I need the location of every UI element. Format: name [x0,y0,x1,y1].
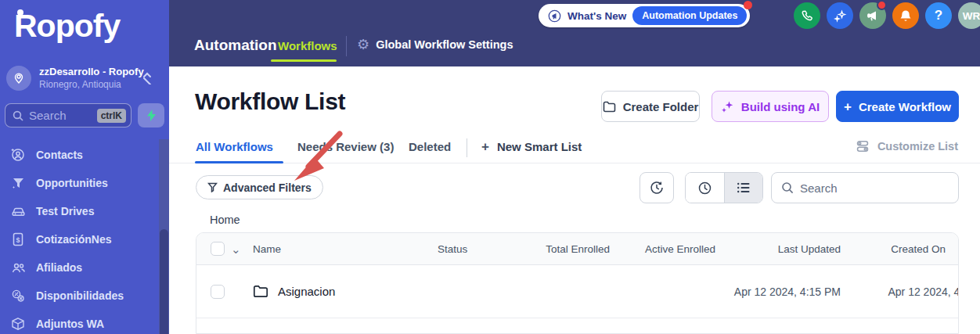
brand-logo-text: Ropofy [14,8,120,44]
people-icon [10,260,26,275]
svg-text:$: $ [16,236,20,244]
sidebar-item-label: CotizaciónNes [36,233,111,246]
automation-updates-badge[interactable]: Automation Updates [632,6,747,25]
sidebar-item-test-drives[interactable]: Test Drives [0,197,160,225]
help-button[interactable]: ? [925,2,952,29]
notifications-button[interactable] [892,2,919,29]
bell-icon [899,9,912,23]
column-total-enrolled[interactable]: Total Enrolled [508,243,610,255]
row-name-cell[interactable]: Asignacion [253,285,438,298]
create-folder-label: Create Folder [623,100,699,113]
list-tabs: All Workflows Needs Review (3) Deleted +… [169,137,980,163]
customize-list-button[interactable]: Customize List [856,140,958,153]
sidebar-search-input[interactable]: Search ctrlK [5,103,132,127]
tab-needs-review[interactable]: Needs Review (3) [297,140,394,153]
account-info: zzDesarrollo - Ropofy Rionegro, Antioqui… [39,66,142,90]
recent-view-button[interactable] [686,173,724,203]
tab-all-workflows[interactable]: All Workflows [196,140,273,153]
new-smart-list-button[interactable]: + New Smart List [481,140,582,153]
search-icon [781,181,794,194]
discount-icon [10,288,26,303]
plus-icon: + [481,140,489,153]
row-last-updated-cell: Apr 12 2024, 4:15 PM [715,286,841,298]
workflow-table: ⌄ Name Status Total Enrolled Active Enro… [196,232,959,334]
sidebar-item-label: Adjuntos WA [36,318,104,330]
main-content: Workflow List Create Folder Build using … [169,66,980,334]
search-icon [13,110,23,121]
customize-list-label: Customize List [877,140,958,153]
column-name[interactable]: Name [253,243,438,255]
sidebar-item-adjuntos-wa[interactable]: Adjuntos WA [0,310,160,334]
sidebar-item-label: Opportunities [36,177,108,189]
sidebar-search-placeholder: Search [29,109,97,122]
sidebar-item-opportunities[interactable]: Opportunities [0,169,160,197]
header-select-cell: ⌄ [196,242,253,256]
tab-global-workflow-settings[interactable]: ⚙ Global Workflow Settings [357,38,513,52]
select-all-checkbox[interactable] [211,242,225,256]
megaphone-icon [867,9,879,22]
sidebar-item-label: Afiliados [36,261,82,274]
sidebar-item-cotizaciones[interactable]: $ CotizaciónNes [0,225,160,253]
column-active-enrolled[interactable]: Active Enrolled [610,243,715,255]
top-header: What's New Automation Updates ? WR Autom… [169,0,980,66]
sidebar-item-label: Disponibilidades [36,289,124,302]
sidebar-scrollbar-thumb[interactable] [160,229,168,334]
account-switcher[interactable]: zzDesarrollo - Ropofy Rionegro, Antioqui… [6,61,163,95]
create-workflow-button[interactable]: + Create Workflow [836,91,959,122]
list-view-button[interactable] [724,173,762,203]
workflow-search-input[interactable] [800,181,956,195]
sidebar-search-row: Search ctrlK [5,103,164,127]
tab-deleted[interactable]: Deleted [409,140,451,153]
enrollment-history-button[interactable] [640,172,674,203]
page-title: Workflow List [195,88,345,115]
tab-workflows[interactable]: Workflows [278,39,337,52]
header-divider [346,36,347,56]
sidebar-item-disponibilidades[interactable]: Disponibilidades [0,282,160,310]
funnel-icon [10,175,26,191]
notification-dot [744,1,752,9]
build-using-ai-button[interactable]: Build using AI [712,91,829,122]
whats-new-button[interactable]: What's New Automation Updates [539,4,750,27]
announcements-button[interactable] [859,2,886,29]
table-row[interactable]: Asignacion Apr 12 2024, 4:15 PM Apr 12 2… [196,265,958,318]
row-checkbox[interactable] [211,285,225,299]
logo-dot [17,9,23,16]
megaphone-circle-icon [548,9,561,23]
account-avatar [6,66,31,91]
sidebar-item-contacts[interactable]: Contacts [0,141,160,169]
table-header-row: ⌄ Name Status Total Enrolled Active Enro… [196,233,958,265]
breadcrumb[interactable]: Home [210,214,240,226]
sidebar-scrollbar-track[interactable] [159,139,169,334]
sidebar: Ropofy zzDesarrollo - Ropofy Rionegro, A… [0,0,169,334]
phone-icon [801,9,813,22]
sliders-icon [856,140,870,153]
contacts-icon [10,147,26,163]
column-status[interactable]: Status [438,243,508,255]
sparkles-icon [834,9,847,23]
tab-workflows-underline [271,59,337,62]
brand-logo: Ropofy [14,8,120,45]
ai-sparkle-button[interactable] [827,2,853,29]
filter-funnel-icon [207,182,218,192]
column-created-on[interactable]: Created On [841,243,958,255]
user-avatar[interactable]: WR [958,2,980,29]
column-last-updated[interactable]: Last Updated [715,243,841,255]
account-name: zzDesarrollo - Ropofy [39,66,142,78]
clock-icon [697,181,712,196]
global-settings-label: Global Workflow Settings [376,38,513,51]
folder-icon [603,101,616,113]
create-folder-button[interactable]: Create Folder [601,91,700,122]
chevron-down-icon[interactable]: ⌄ [231,246,241,253]
sidebar-item-label: Test Drives [36,205,94,217]
sidebar-item-afiliados[interactable]: Afiliados [0,253,160,282]
list-icon [737,181,751,194]
quick-actions-button[interactable] [138,103,164,127]
header-title: Automation [194,37,277,54]
history-clock-icon [649,180,665,196]
avatar-initials: WR [963,10,980,22]
location-person-icon [13,72,25,84]
chevron-updown-icon[interactable] [142,72,152,84]
tab-active-underline [195,161,283,163]
advanced-filters-button[interactable]: Advanced Filters [196,175,323,199]
phone-button[interactable] [794,2,820,29]
